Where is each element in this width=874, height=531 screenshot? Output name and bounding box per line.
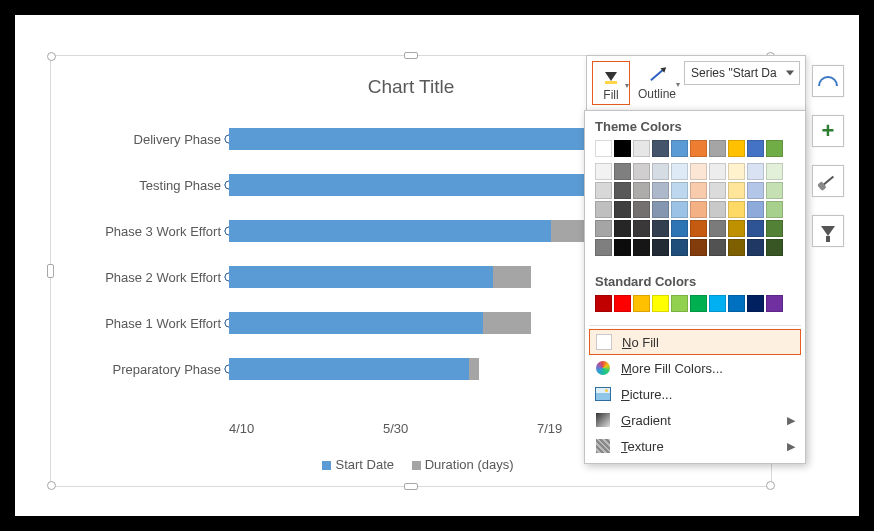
fill-button[interactable]: ▾ Fill xyxy=(592,61,630,105)
color-swatch[interactable] xyxy=(690,295,707,312)
color-swatch[interactable] xyxy=(766,201,783,218)
bar-duration[interactable] xyxy=(469,358,479,380)
color-swatch[interactable] xyxy=(747,201,764,218)
color-swatch[interactable] xyxy=(633,239,650,256)
color-swatch[interactable] xyxy=(633,295,650,312)
bar-start-date[interactable] xyxy=(229,266,493,288)
color-swatch[interactable] xyxy=(614,201,631,218)
resize-handle[interactable] xyxy=(47,52,56,61)
color-swatch[interactable] xyxy=(709,182,726,199)
color-swatch[interactable] xyxy=(595,201,612,218)
pen-icon xyxy=(643,63,671,87)
color-swatch[interactable] xyxy=(595,295,612,312)
color-swatch[interactable] xyxy=(766,163,783,180)
color-swatch[interactable] xyxy=(633,163,650,180)
bar-start-date[interactable] xyxy=(229,174,599,196)
color-swatch[interactable] xyxy=(709,295,726,312)
color-swatch[interactable] xyxy=(709,220,726,237)
bar-start-date[interactable] xyxy=(229,312,483,334)
color-swatch[interactable] xyxy=(671,220,688,237)
color-swatch[interactable] xyxy=(747,140,764,157)
color-swatch[interactable] xyxy=(709,163,726,180)
color-swatch[interactable] xyxy=(690,220,707,237)
color-swatch[interactable] xyxy=(728,295,745,312)
submenu-arrow-icon: ▶ xyxy=(787,414,795,427)
color-swatch[interactable] xyxy=(690,239,707,256)
color-swatch[interactable] xyxy=(747,182,764,199)
color-swatch[interactable] xyxy=(747,220,764,237)
color-swatch[interactable] xyxy=(595,182,612,199)
color-swatch[interactable] xyxy=(728,182,745,199)
color-swatch[interactable] xyxy=(652,295,669,312)
color-swatch[interactable] xyxy=(652,239,669,256)
color-swatch[interactable] xyxy=(690,163,707,180)
bar-start-date[interactable] xyxy=(229,220,551,242)
chart-elements-button[interactable] xyxy=(812,65,844,97)
color-swatch[interactable] xyxy=(671,140,688,157)
color-swatch[interactable] xyxy=(614,182,631,199)
fill-label: Fill xyxy=(603,88,618,102)
bar-duration[interactable] xyxy=(493,266,531,288)
color-swatch[interactable] xyxy=(652,220,669,237)
color-swatch[interactable] xyxy=(690,140,707,157)
resize-handle[interactable] xyxy=(766,481,775,490)
picture-fill-item[interactable]: Picture... xyxy=(585,381,805,407)
chart-add-button[interactable]: + xyxy=(812,115,844,147)
color-swatch[interactable] xyxy=(766,295,783,312)
color-swatch[interactable] xyxy=(728,163,745,180)
color-swatch[interactable] xyxy=(595,220,612,237)
color-swatch[interactable] xyxy=(614,163,631,180)
color-swatch[interactable] xyxy=(671,163,688,180)
color-swatch[interactable] xyxy=(728,140,745,157)
chart-styles-button[interactable] xyxy=(812,165,844,197)
texture-fill-item[interactable]: Texture ▶ xyxy=(585,433,805,459)
color-swatch[interactable] xyxy=(766,182,783,199)
resize-handle[interactable] xyxy=(47,481,56,490)
color-swatch[interactable] xyxy=(614,239,631,256)
resize-handle[interactable] xyxy=(404,483,418,490)
color-swatch[interactable] xyxy=(614,140,631,157)
series-selector-dropdown[interactable]: Series "Start Da xyxy=(684,61,800,85)
color-swatch[interactable] xyxy=(652,163,669,180)
color-swatch[interactable] xyxy=(766,140,783,157)
chart-filter-button[interactable] xyxy=(812,215,844,247)
color-swatch[interactable] xyxy=(709,239,726,256)
color-swatch[interactable] xyxy=(766,220,783,237)
color-swatch[interactable] xyxy=(633,182,650,199)
resize-handle[interactable] xyxy=(404,52,418,59)
category-label: Phase 3 Work Effort xyxy=(89,224,229,239)
bar-duration[interactable] xyxy=(483,312,531,334)
color-swatch[interactable] xyxy=(614,220,631,237)
gradient-fill-item[interactable]: Gradient ▶ xyxy=(585,407,805,433)
color-swatch[interactable] xyxy=(747,295,764,312)
color-swatch[interactable] xyxy=(595,140,612,157)
no-fill-item[interactable]: No Fill xyxy=(589,329,801,355)
color-swatch[interactable] xyxy=(766,239,783,256)
color-swatch[interactable] xyxy=(633,220,650,237)
color-swatch[interactable] xyxy=(671,239,688,256)
color-swatch[interactable] xyxy=(671,295,688,312)
color-swatch[interactable] xyxy=(652,182,669,199)
color-swatch[interactable] xyxy=(728,201,745,218)
color-swatch[interactable] xyxy=(671,201,688,218)
color-swatch[interactable] xyxy=(747,239,764,256)
color-swatch[interactable] xyxy=(709,140,726,157)
color-swatch[interactable] xyxy=(633,140,650,157)
color-swatch[interactable] xyxy=(652,201,669,218)
color-swatch[interactable] xyxy=(690,201,707,218)
color-swatch[interactable] xyxy=(747,163,764,180)
color-swatch[interactable] xyxy=(728,239,745,256)
color-swatch[interactable] xyxy=(728,220,745,237)
color-swatch[interactable] xyxy=(595,163,612,180)
color-swatch[interactable] xyxy=(709,201,726,218)
more-fill-colors-item[interactable]: More Fill Colors... xyxy=(585,355,805,381)
color-swatch[interactable] xyxy=(614,295,631,312)
color-swatch[interactable] xyxy=(595,239,612,256)
bar-start-date[interactable] xyxy=(229,358,469,380)
color-swatch[interactable] xyxy=(671,182,688,199)
resize-handle[interactable] xyxy=(47,264,54,278)
color-swatch[interactable] xyxy=(690,182,707,199)
color-swatch[interactable] xyxy=(633,201,650,218)
color-swatch[interactable] xyxy=(652,140,669,157)
outline-button[interactable]: ▾ Outline xyxy=(634,61,680,103)
